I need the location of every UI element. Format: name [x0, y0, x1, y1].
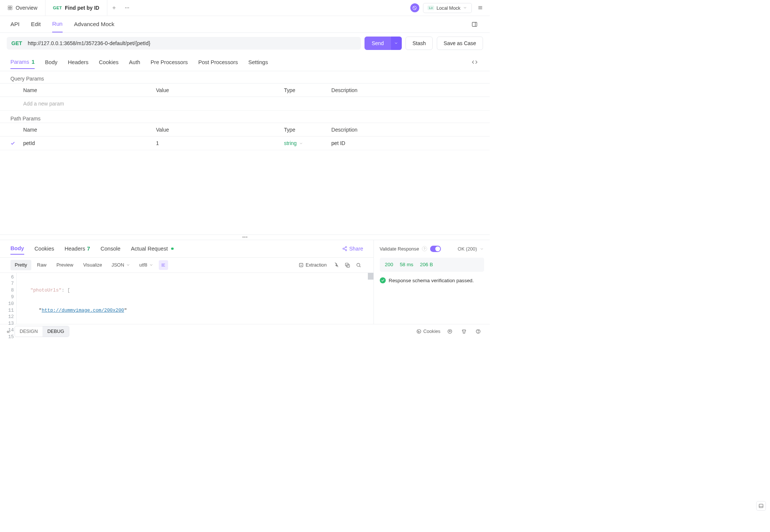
tab-settings-label: Settings [248, 59, 268, 65]
panel-icon [471, 21, 478, 28]
url-input[interactable]: GET http://127.0.0.1:3658/m1/357236-0-de… [7, 37, 361, 50]
nav-run[interactable]: Run [52, 16, 63, 32]
nav-edit[interactable]: Edit [31, 16, 41, 32]
path-param-row[interactable]: petId 1 string pet ID [0, 136, 490, 150]
svg-point-32 [417, 330, 420, 333]
nav-api-label: API [10, 21, 20, 27]
footer-shirt-button[interactable] [460, 327, 469, 336]
tab-params-label: Params [10, 59, 29, 65]
tab-auth[interactable]: Auth [129, 56, 140, 69]
stash-button[interactable]: Stash [405, 37, 433, 50]
tab-current[interactable]: GET Find pet by ID [45, 0, 107, 16]
resp-tab-actual[interactable]: Actual Request [131, 242, 173, 255]
svg-rect-14 [472, 22, 477, 26]
search-button[interactable] [354, 260, 363, 270]
view-visualize-label: Visualize [83, 262, 102, 268]
environment-select[interactable]: Lo Local Mock [423, 3, 472, 13]
tab-auth-label: Auth [129, 59, 140, 65]
view-pretty[interactable]: Pretty [10, 260, 31, 270]
nav-edit-label: Edit [31, 21, 41, 27]
share-icon [342, 246, 347, 251]
param-type-value: string [284, 140, 297, 146]
wrap-toggle[interactable] [159, 260, 168, 270]
avatar[interactable] [410, 3, 419, 12]
param-desc[interactable]: pet ID [331, 140, 479, 146]
param-type-select[interactable]: string [284, 140, 331, 146]
tab-post-processors[interactable]: Post Processors [198, 56, 238, 69]
menu-button[interactable] [476, 3, 485, 12]
resp-tab-headers[interactable]: Headers 7 [64, 242, 90, 255]
split-handle[interactable]: ••• [0, 234, 490, 240]
tab-headers[interactable]: Headers [68, 56, 88, 69]
path-params-table: Name Value Type Description petId 1 stri… [0, 123, 490, 150]
help-icon[interactable]: ? [422, 246, 427, 251]
svg-rect-1 [10, 6, 12, 8]
format-label: JSON [111, 262, 124, 268]
chevron-down-icon [299, 141, 303, 145]
save-case-button[interactable]: Save as Case [437, 37, 483, 50]
param-name[interactable]: petId [23, 140, 156, 146]
svg-line-19 [344, 249, 345, 250]
send-dropdown[interactable] [391, 37, 402, 50]
shirt-icon [461, 329, 467, 334]
tab-overview[interactable]: Overview [0, 0, 45, 16]
stash-label: Stash [413, 40, 426, 46]
footer-upload-button[interactable] [445, 327, 454, 336]
view-preview[interactable]: Preview [52, 260, 78, 270]
resp-time: 58 ms [400, 262, 413, 267]
tab-pre-processors[interactable]: Pre Processors [151, 56, 188, 69]
tab-cookies[interactable]: Cookies [99, 56, 119, 69]
encoding-select[interactable]: utf8 [136, 260, 157, 270]
nav-adv-mock[interactable]: Advanced Mock [74, 16, 114, 32]
resp-tab-body[interactable]: Body [10, 242, 24, 255]
add-param-row[interactable]: Add a new param [0, 97, 490, 111]
code-view-button[interactable] [470, 57, 479, 67]
tab-params-count: 1 [32, 59, 35, 65]
col-desc-header: Description [331, 87, 479, 93]
validate-toggle[interactable] [430, 246, 441, 252]
param-value[interactable]: 1 [156, 140, 284, 146]
view-raw[interactable]: Raw [33, 260, 51, 270]
copy-button[interactable] [343, 260, 352, 270]
panel-toggle-button[interactable] [470, 19, 479, 29]
resp-tab-body-label: Body [10, 245, 24, 251]
format-select[interactable]: JSON [108, 260, 134, 270]
nav-api[interactable]: API [10, 16, 20, 32]
resp-tab-cookies[interactable]: Cookies [34, 242, 54, 255]
extraction-button[interactable]: Extraction [295, 260, 331, 270]
svg-point-8 [128, 7, 129, 8]
send-button[interactable]: Send [365, 37, 391, 50]
col-value-header: Value [156, 87, 284, 93]
tab-body[interactable]: Body [45, 56, 57, 69]
tab-overview-label: Overview [16, 5, 37, 11]
path-params-title: Path Params [0, 111, 490, 123]
footer-cookies-label: Cookies [423, 328, 441, 334]
chevron-down-icon [149, 263, 153, 267]
footer-cookies[interactable]: Cookies [416, 328, 441, 334]
param-enabled-check[interactable] [10, 141, 23, 146]
query-params-table: Name Value Type Description Add a new pa… [0, 83, 490, 111]
overview-icon [7, 5, 13, 10]
footer-help-button[interactable] [474, 327, 483, 336]
tab-settings[interactable]: Settings [248, 56, 268, 69]
svg-line-10 [413, 7, 416, 9]
col-type-header: Type [284, 127, 331, 133]
validate-ok: OK (200) [458, 246, 477, 252]
resp-tab-console[interactable]: Console [101, 242, 121, 255]
response-body-editor[interactable]: 6789101112131415161718 "photoUrls": [ "h… [0, 273, 373, 324]
download-icon [334, 262, 339, 268]
download-button[interactable] [332, 260, 341, 270]
view-visualize[interactable]: Visualize [79, 260, 106, 270]
svg-point-39 [478, 332, 479, 333]
tab-title: Find pet by ID [65, 5, 99, 11]
resp-tab-actual-label: Actual Request [131, 246, 168, 252]
tab-more-button[interactable] [120, 0, 134, 16]
mode-debug[interactable]: DEBUG [42, 326, 69, 337]
share-button[interactable]: Share [342, 246, 363, 252]
save-case-label: Save as Case [444, 40, 476, 46]
scrollbar-thumb[interactable] [368, 273, 373, 280]
mode-design[interactable]: DESIGN [15, 326, 42, 337]
validate-label: Validate Response [380, 246, 419, 252]
tab-params[interactable]: Params 1 [10, 56, 35, 69]
tab-add-button[interactable] [107, 0, 121, 16]
